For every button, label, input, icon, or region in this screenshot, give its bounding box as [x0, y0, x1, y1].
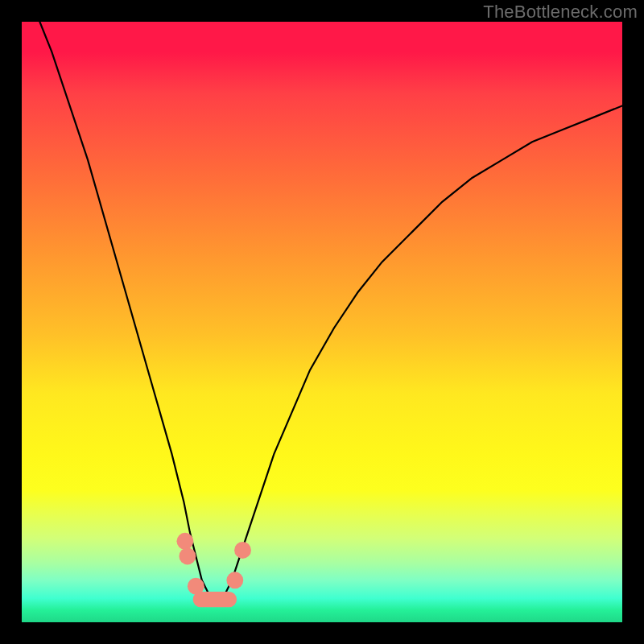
watermark-text: TheBottleneck.com	[483, 2, 638, 23]
curve-layer	[22, 22, 622, 622]
plot-area	[22, 22, 622, 622]
bottleneck-curve	[39, 22, 622, 598]
left-lower-dot	[179, 548, 196, 565]
chart-frame: TheBottleneck.com	[0, 0, 644, 644]
markers-group	[176, 533, 251, 595]
right-upper-dot	[234, 542, 251, 559]
right-base-dot	[226, 572, 243, 588]
left-upper-dot	[176, 533, 193, 550]
